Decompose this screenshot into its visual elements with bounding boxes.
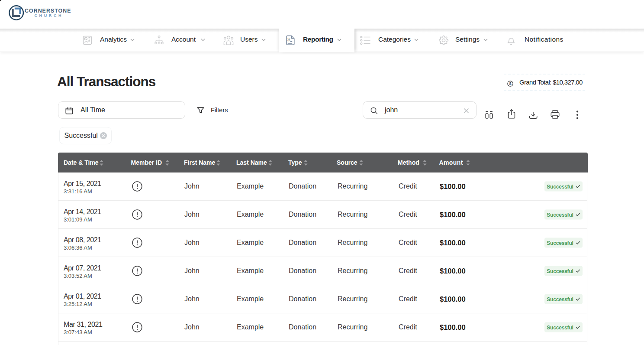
svg-text:CHURCH: CHURCH — [35, 13, 64, 18]
svg-text:CORNERSTONE: CORNERSTONE — [25, 8, 71, 14]
svg-text:$: $ — [509, 81, 511, 86]
svg-text:$: $ — [287, 37, 290, 42]
